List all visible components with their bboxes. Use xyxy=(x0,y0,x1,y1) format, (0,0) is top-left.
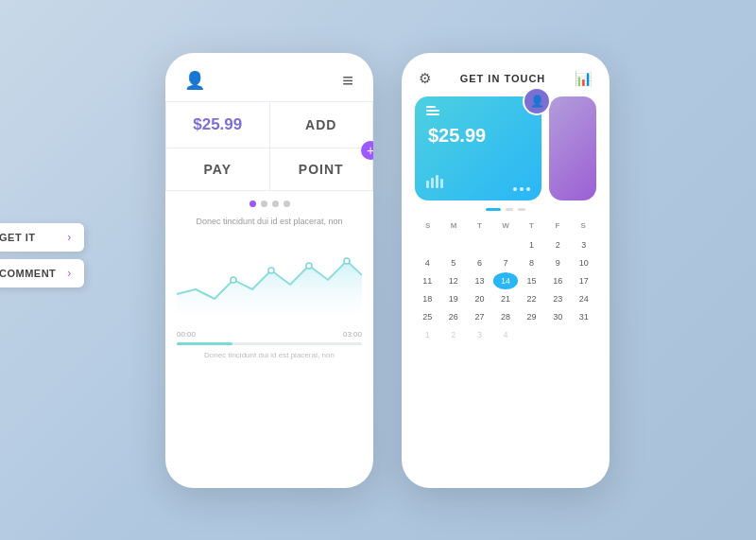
comment-button[interactable]: COMMENT › xyxy=(0,259,84,287)
cal-cell[interactable] xyxy=(493,236,519,253)
cal-cell-29[interactable]: 29 xyxy=(519,308,544,325)
cal-cell-27[interactable]: 27 xyxy=(467,308,492,325)
progress-track[interactable] xyxy=(177,342,362,345)
time-start: 00:00 xyxy=(177,330,196,339)
cal-cell-19[interactable]: 19 xyxy=(441,290,467,307)
cal-day-T1: T xyxy=(467,218,492,233)
cal-cell[interactable] xyxy=(415,236,440,253)
cal-cell-m3[interactable]: 3 xyxy=(467,326,492,343)
cal-cell[interactable] xyxy=(441,236,467,253)
ind-dot-3 xyxy=(518,208,525,211)
cal-cell-m5[interactable] xyxy=(519,326,544,343)
right-header: ⚙ GET IN TOUCH 📊 xyxy=(402,53,610,96)
cal-cell-30[interactable]: 30 xyxy=(545,308,571,325)
cal-header: S M T W T F S xyxy=(415,218,596,233)
svg-point-3 xyxy=(231,277,236,283)
add-label: ADD xyxy=(305,117,336,132)
svg-rect-6 xyxy=(436,175,438,188)
cal-day-T2: T xyxy=(519,218,544,233)
blue-card[interactable]: 👤 $25.99 xyxy=(415,96,541,200)
time-end: 03:00 xyxy=(343,330,362,339)
dot-4 xyxy=(284,200,290,207)
cal-cell-1[interactable]: 1 xyxy=(519,236,544,253)
cal-cell-10[interactable]: 10 xyxy=(571,254,596,271)
cal-cell-8[interactable]: 8 xyxy=(519,254,544,271)
cal-cell-20[interactable]: 20 xyxy=(467,290,492,307)
cal-day-W: W xyxy=(492,218,518,233)
cal-cell-m4[interactable]: 4 xyxy=(493,326,519,343)
cal-cell-31[interactable]: 31 xyxy=(571,308,596,325)
phones-container: 👤 ≡ $25.99 ADD PAY POINT + Donec tinc xyxy=(71,53,685,488)
cal-cell-15[interactable]: 15 xyxy=(519,272,544,289)
cal-cell[interactable] xyxy=(467,236,492,253)
grid-section: $25.99 ADD PAY POINT + xyxy=(165,101,373,191)
cal-cell-13[interactable]: 13 xyxy=(467,272,492,289)
cal-cell-22[interactable]: 22 xyxy=(519,290,544,307)
svg-rect-5 xyxy=(431,178,434,188)
cal-cell-24[interactable]: 24 xyxy=(571,290,596,307)
dots-row xyxy=(165,191,373,213)
cal-cell-3[interactable]: 3 xyxy=(571,236,596,253)
cal-cell-26[interactable]: 26 xyxy=(441,308,467,325)
card-dot-2 xyxy=(520,187,524,191)
plus-badge: + xyxy=(361,141,373,160)
menu-icon[interactable]: ≡ xyxy=(342,70,354,92)
gear-icon[interactable]: ⚙ xyxy=(419,70,431,87)
cal-cell-11[interactable]: 11 xyxy=(415,272,440,289)
cal-cell-2[interactable]: 2 xyxy=(545,236,571,253)
comment-arrow: › xyxy=(67,267,71,280)
cal-cell-9[interactable]: 9 xyxy=(545,254,571,271)
get-it-label: GET IT xyxy=(0,232,35,243)
menu-line-3 xyxy=(426,113,439,115)
card-dot-1 xyxy=(513,187,517,191)
card-dot-3 xyxy=(526,187,530,191)
add-cell[interactable]: ADD xyxy=(270,102,374,148)
cal-day-S1: S xyxy=(415,218,440,233)
cal-cell-5[interactable]: 5 xyxy=(441,254,467,271)
cal-cell-28[interactable]: 28 xyxy=(493,308,519,325)
chart-icon[interactable]: 📊 xyxy=(575,70,593,87)
cal-day-M: M xyxy=(440,218,466,233)
card-dots xyxy=(513,187,530,191)
avatar-bubble: 👤 xyxy=(523,87,551,115)
phone-left: 👤 ≡ $25.99 ADD PAY POINT + Donec tinc xyxy=(165,53,373,488)
cal-cell-18[interactable]: 18 xyxy=(415,290,440,307)
ind-dot-1 xyxy=(486,208,501,211)
cal-cell-6[interactable]: 6 xyxy=(467,254,492,271)
left-controls: GET IT › COMMENT › xyxy=(0,223,84,287)
svg-point-0 xyxy=(268,268,274,273)
cal-cell-m1[interactable]: 1 xyxy=(415,326,440,343)
progress-fill xyxy=(177,342,232,345)
card-indicator xyxy=(402,200,610,215)
cal-cell-21[interactable]: 21 xyxy=(493,290,519,307)
cal-cell-m6[interactable] xyxy=(545,326,571,343)
pay-cell[interactable]: PAY xyxy=(166,148,270,191)
svg-point-1 xyxy=(306,263,312,269)
comment-label: COMMENT xyxy=(0,268,56,279)
dot-3 xyxy=(272,200,279,207)
cal-cell-17[interactable]: 17 xyxy=(571,272,596,289)
chart-area xyxy=(165,234,373,328)
card-section: 👤 $25.99 xyxy=(402,96,610,200)
card-menu-icon xyxy=(426,106,439,115)
cal-cell-4[interactable]: 4 xyxy=(415,254,440,271)
cal-cell-16[interactable]: 16 xyxy=(545,272,571,289)
text-preview: Donec tincidunt dui id est placerat, non xyxy=(165,213,373,234)
point-cell[interactable]: POINT + xyxy=(270,148,374,191)
cal-cell-7[interactable]: 7 xyxy=(493,254,519,271)
bottom-text: Donec tincidunt dui id est placerat, non xyxy=(165,347,373,365)
svg-rect-7 xyxy=(440,179,443,188)
point-label: POINT xyxy=(299,162,344,177)
get-it-arrow: › xyxy=(67,231,71,244)
cal-cell-25[interactable]: 25 xyxy=(415,308,440,325)
get-it-button[interactable]: GET IT › xyxy=(0,223,84,252)
cal-cell-14[interactable]: 14 xyxy=(493,272,519,289)
cal-cell-12[interactable]: 12 xyxy=(441,272,467,289)
phone-right: ⚙ GET IN TOUCH 📊 👤 $25.99 xyxy=(402,53,610,488)
cal-cell-m7[interactable] xyxy=(571,326,596,343)
price-cell[interactable]: $25.99 xyxy=(166,102,270,148)
cal-cell-23[interactable]: 23 xyxy=(545,290,571,307)
dot-2 xyxy=(261,200,267,207)
cal-cell-m2[interactable]: 2 xyxy=(441,326,467,343)
pay-label: PAY xyxy=(204,162,232,177)
